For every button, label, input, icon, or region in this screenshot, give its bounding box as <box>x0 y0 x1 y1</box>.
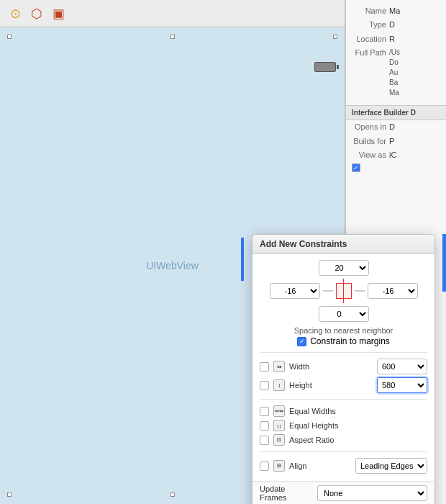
spacing-top-select[interactable]: 20 <box>319 260 369 276</box>
name-label: Name <box>352 6 386 15</box>
equal-heights-label: Equal Heights <box>289 421 427 430</box>
builds-for-value: P <box>389 136 440 147</box>
height-row: ↕ Height 580 <box>260 376 427 395</box>
align-icon: ⊟ <box>273 460 285 472</box>
equal-heights-row: ↕↕ Equal Heights <box>260 418 427 433</box>
align-label: Align <box>289 462 351 470</box>
update-frames-row: Update Frames None Items of New Constrai… <box>252 481 434 504</box>
aspect-ratio-icon: ⊡ <box>273 434 285 446</box>
fullpath-value: /UsDoAuBaMa <box>389 48 440 98</box>
popover-title: Add New Constraints <box>252 235 434 254</box>
toolbar-icon-3[interactable]: ▣ <box>50 6 66 22</box>
constrain-margins-row: Constrain to margins <box>260 336 427 346</box>
aspect-ratio-row: ⊡ Aspect Ratio <box>260 433 427 447</box>
spacing-widget: 20 -16 <box>260 260 427 322</box>
equal-widths-label: Equal Widths <box>289 407 427 415</box>
center-constraint-box <box>336 283 352 299</box>
ibeam-bottom <box>343 299 345 303</box>
aspect-ratio-checkbox[interactable] <box>260 436 269 445</box>
divider-1 <box>260 352 427 353</box>
resize-handle-bc[interactable] <box>170 492 175 497</box>
align-checkbox[interactable] <box>260 462 269 471</box>
toolbar-icon-2[interactable]: ⬡ <box>29 6 45 22</box>
equal-widths-icon: ⇔⇔ <box>273 405 285 417</box>
constrain-margins-label: Constrain to margins <box>310 336 390 346</box>
width-row: ⇔ Width 600 <box>260 357 427 376</box>
width-value-select[interactable]: 600 <box>377 359 427 374</box>
fullpath-label: Full Path <box>352 48 386 57</box>
battery-icon <box>314 62 336 72</box>
equal-heights-checkbox[interactable] <box>260 421 269 431</box>
height-checkbox[interactable] <box>260 381 269 390</box>
resize-handle-tl[interactable] <box>7 35 12 39</box>
type-value: D <box>389 19 440 30</box>
width-icon: ⇔ <box>273 361 285 372</box>
spacing-bottom-select[interactable]: 0 <box>319 306 369 322</box>
builds-for-row: Builds for P <box>346 135 446 148</box>
divider-2 <box>260 399 427 400</box>
resize-handle-tc[interactable] <box>170 35 175 39</box>
inspector-type-row: Type D <box>346 18 446 32</box>
height-icon: ↕ <box>273 379 285 391</box>
name-value: Ma <box>389 6 440 17</box>
h-line-right <box>355 290 365 292</box>
view-as-label: View as <box>352 150 386 159</box>
uiwebview-label: UIWebView <box>146 260 199 271</box>
height-value-select[interactable]: 580 <box>377 377 427 393</box>
width-label: Width <box>289 362 373 371</box>
interface-builder-section: Interface Builder D <box>346 105 446 120</box>
toolbar: ⊙ ⬡ ▣ <box>0 0 345 27</box>
inspector-fullpath-row: Full Path /UsDoAuBaMa <box>346 46 446 99</box>
spacing-bottom-container: 0 <box>319 306 369 322</box>
align-row: ⊟ Align Leading Edges Trailing Edges Top… <box>260 456 427 475</box>
inspector-checkbox[interactable] <box>352 163 360 172</box>
constrain-margins-checkbox[interactable] <box>297 337 306 346</box>
location-label: Location <box>352 34 386 43</box>
opens-in-row: Opens in D <box>346 120 446 134</box>
resize-handle-bl[interactable] <box>7 492 12 497</box>
popover-body: 20 -16 <box>252 254 434 481</box>
spacing-left-select[interactable]: -16 <box>270 283 320 299</box>
equal-heights-icon: ↕↕ <box>273 420 285 431</box>
spacing-label: Spacing to nearest neighbor <box>260 326 427 335</box>
location-value: R <box>389 34 440 45</box>
spacing-middle-row: -16 -16 <box>270 279 418 303</box>
selection-bar <box>241 238 244 281</box>
inspector-location-row: Location R <box>346 32 446 46</box>
height-label: Height <box>289 381 373 390</box>
checkbox-row <box>346 162 446 174</box>
equal-widths-checkbox[interactable] <box>260 407 269 416</box>
toolbar-icon-1[interactable]: ⊙ <box>7 6 23 22</box>
selection-indicator <box>442 234 446 292</box>
view-as-row: View as iC <box>346 148 446 162</box>
update-frames-select[interactable]: None Items of New Constraints All Frames… <box>317 485 427 501</box>
canvas-panel: ⊙ ⬡ ▣ UIWebView Add New Constraints 20 <box>0 0 345 504</box>
divider-3 <box>260 451 427 452</box>
opens-in-value: D <box>389 122 440 132</box>
spacing-top-container: 20 <box>319 260 369 276</box>
spacing-right-select[interactable]: -16 <box>368 283 418 299</box>
align-value-select[interactable]: Leading Edges Trailing Edges Top Edges B… <box>355 458 427 474</box>
resize-handle-tr[interactable] <box>333 35 337 39</box>
inspector-name-row: Name Ma <box>346 4 446 18</box>
update-frames-label: Update Frames <box>260 485 313 502</box>
opens-in-label: Opens in <box>352 122 386 131</box>
equal-widths-row: ⇔⇔ Equal Widths <box>260 404 427 418</box>
aspect-ratio-label: Aspect Ratio <box>289 436 427 444</box>
view-as-value: iC <box>389 150 440 161</box>
builds-for-label: Builds for <box>352 136 386 145</box>
type-label: Type <box>352 19 386 29</box>
h-line-left <box>323 290 333 292</box>
width-checkbox[interactable] <box>260 362 269 372</box>
constraints-popover: Add New Constraints 20 -16 <box>252 234 435 504</box>
